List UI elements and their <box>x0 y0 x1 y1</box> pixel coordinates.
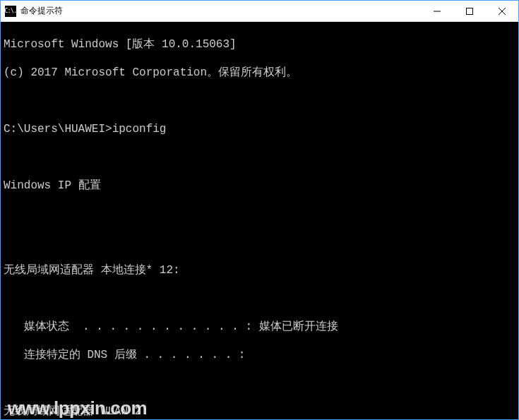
maximize-button[interactable] <box>453 1 486 21</box>
watermark-text: www.lppxin.com <box>8 401 147 415</box>
terminal-line: Microsoft Windows [版本 10.0.15063] <box>4 37 515 52</box>
adapter-media-state: 媒体状态 . . . . . . . . . . . . : 媒体已断开连接 <box>4 320 515 334</box>
adapter-dns-suffix: 连接特定的 DNS 后缀 . . . . . . . : <box>4 348 515 362</box>
prompt-command: ipconfig <box>112 123 167 136</box>
terminal-line <box>4 376 515 390</box>
minimize-button[interactable] <box>421 1 453 21</box>
terminal-line: (c) 2017 Microsoft Corporation。保留所有权利。 <box>4 66 515 80</box>
window-titlebar: C:\. 命令提示符 <box>1 1 518 22</box>
window-buttons <box>421 1 518 21</box>
terminal-line <box>4 292 515 306</box>
terminal-line <box>4 207 515 221</box>
adapter-header: 无线局域网适配器 本地连接* 12: <box>4 263 515 277</box>
terminal-output[interactable]: Microsoft Windows [版本 10.0.15063] (c) 20… <box>1 22 518 419</box>
svg-rect-1 <box>467 8 473 14</box>
terminal-prompt-line: C:\Users\HUAWEI>ipconfig <box>4 122 515 136</box>
window-title: 命令提示符 <box>20 5 421 17</box>
ipconfig-title: Windows IP 配置 <box>4 179 515 193</box>
terminal-line <box>4 235 515 249</box>
prompt-path: C:\Users\HUAWEI> <box>4 123 112 136</box>
terminal-line <box>4 150 515 164</box>
cmd-icon: C:\. <box>5 6 16 17</box>
close-button[interactable] <box>486 1 518 21</box>
terminal-line <box>4 94 515 108</box>
